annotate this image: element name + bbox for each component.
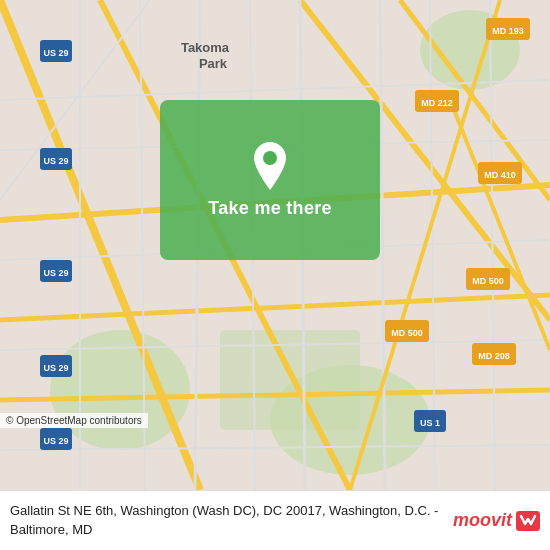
svg-text:US 29: US 29 <box>43 48 68 58</box>
moovit-logo: moovit <box>453 510 540 531</box>
moovit-brand-name: moovit <box>453 510 512 531</box>
svg-text:US 1: US 1 <box>420 418 440 428</box>
svg-text:MD 212: MD 212 <box>421 98 453 108</box>
svg-text:MD 500: MD 500 <box>391 328 423 338</box>
svg-point-54 <box>263 151 277 165</box>
svg-text:US 29: US 29 <box>43 436 68 446</box>
moovit-icon <box>516 511 540 531</box>
svg-text:Park: Park <box>199 56 228 71</box>
osm-attribution: © OpenStreetMap contributors <box>0 413 148 428</box>
svg-text:MD 208: MD 208 <box>478 351 510 361</box>
bottom-bar: Gallatin St NE 6th, Washington (Wash DC)… <box>0 490 550 550</box>
svg-text:US 29: US 29 <box>43 268 68 278</box>
map-container: US 29 US 29 US 29 US 29 US 29 MD 193 MD … <box>0 0 550 490</box>
take-me-there-label: Take me there <box>208 198 332 219</box>
svg-text:US 29: US 29 <box>43 363 68 373</box>
svg-text:US 29: US 29 <box>43 156 68 166</box>
svg-text:Takoma: Takoma <box>181 40 230 55</box>
svg-text:MD 500: MD 500 <box>472 276 504 286</box>
svg-text:MD 193: MD 193 <box>492 26 524 36</box>
address-text: Gallatin St NE 6th, Washington (Wash DC)… <box>10 502 445 538</box>
location-pin-icon <box>250 142 290 190</box>
take-me-there-button[interactable]: Take me there <box>160 100 380 260</box>
svg-text:MD 410: MD 410 <box>484 170 516 180</box>
osm-credit-text: © OpenStreetMap contributors <box>6 415 142 426</box>
